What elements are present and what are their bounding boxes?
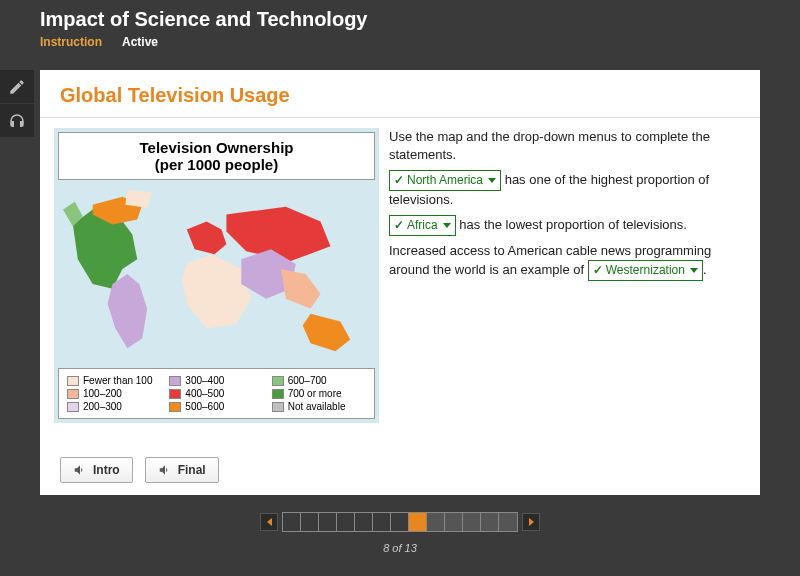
dropdown-value: North America bbox=[407, 172, 483, 189]
page-cell-4[interactable] bbox=[337, 513, 355, 531]
legend-swatch bbox=[272, 376, 284, 386]
legend-item: 100–200 bbox=[67, 388, 161, 399]
legend-swatch bbox=[272, 389, 284, 399]
question-text: Use the map and the drop-down menus to c… bbox=[389, 128, 746, 423]
page-cell-3[interactable] bbox=[319, 513, 337, 531]
legend-swatch bbox=[169, 402, 181, 412]
legend-label: 300–400 bbox=[185, 375, 224, 386]
legend-swatch bbox=[169, 389, 181, 399]
dropdown-3[interactable]: ✓Westernization bbox=[588, 260, 703, 281]
side-toolbar bbox=[0, 70, 34, 138]
legend-item: Not available bbox=[272, 401, 366, 412]
page-cell-13[interactable] bbox=[499, 513, 517, 531]
page-cell-2[interactable] bbox=[301, 513, 319, 531]
audio-label: Intro bbox=[93, 463, 120, 477]
legend-swatch bbox=[67, 402, 79, 412]
content-title: Global Television Usage bbox=[40, 70, 760, 118]
page-cell-9[interactable] bbox=[427, 513, 445, 531]
audio-intro-button[interactable]: Intro bbox=[60, 457, 133, 483]
map-legend: Fewer than 100 300–400 600–700 100–200 4… bbox=[58, 368, 375, 419]
page-cell-7[interactable] bbox=[391, 513, 409, 531]
instruction-text: Use the map and the drop-down menus to c… bbox=[389, 128, 746, 164]
legend-label: 100–200 bbox=[83, 388, 122, 399]
legend-label: Fewer than 100 bbox=[83, 375, 153, 386]
page-title: Impact of Science and Technology bbox=[40, 8, 760, 31]
headphones-icon[interactable] bbox=[0, 104, 34, 138]
check-icon: ✓ bbox=[394, 172, 404, 189]
content-panel: Global Television Usage Television Owner… bbox=[40, 70, 760, 495]
south-america-region bbox=[108, 274, 148, 348]
legend-swatch bbox=[169, 376, 181, 386]
dropdown-2[interactable]: ✓Africa bbox=[389, 215, 456, 236]
page-indicator: 8 of 13 bbox=[0, 542, 800, 554]
page-cell-8[interactable] bbox=[409, 513, 427, 531]
arrow-right-icon bbox=[529, 518, 534, 526]
legend-item: 300–400 bbox=[169, 375, 263, 386]
legend-label: 700 or more bbox=[288, 388, 342, 399]
dropdown-value: Westernization bbox=[606, 262, 685, 279]
chevron-down-icon bbox=[443, 223, 451, 228]
chevron-down-icon bbox=[690, 268, 698, 273]
africa-region bbox=[182, 254, 251, 328]
legend-swatch bbox=[272, 402, 284, 412]
statement-2: ✓Africa has the lowest proportion of tel… bbox=[389, 215, 746, 236]
greenland-region bbox=[125, 190, 152, 208]
statement-1: ✓North America has one of the highest pr… bbox=[389, 170, 746, 209]
page-cell-6[interactable] bbox=[373, 513, 391, 531]
south-asia-region bbox=[281, 269, 321, 309]
next-button[interactable] bbox=[522, 513, 540, 531]
pencil-icon[interactable] bbox=[0, 70, 34, 104]
tab-active[interactable]: Active bbox=[122, 35, 158, 49]
map-title-l2: (per 1000 people) bbox=[65, 156, 368, 173]
speaker-icon bbox=[73, 463, 87, 477]
page-cell-11[interactable] bbox=[463, 513, 481, 531]
check-icon: ✓ bbox=[593, 262, 603, 279]
legend-swatch bbox=[67, 376, 79, 386]
world-map bbox=[58, 184, 375, 364]
dropdown-value: Africa bbox=[407, 217, 438, 234]
chevron-down-icon bbox=[488, 178, 496, 183]
legend-item: Fewer than 100 bbox=[67, 375, 161, 386]
check-icon: ✓ bbox=[394, 217, 404, 234]
map-container: Television Ownership (per 1000 people) F… bbox=[54, 128, 379, 423]
legend-label: 600–700 bbox=[288, 375, 327, 386]
prev-button[interactable] bbox=[260, 513, 278, 531]
page-cell-12[interactable] bbox=[481, 513, 499, 531]
dropdown-1[interactable]: ✓North America bbox=[389, 170, 501, 191]
legend-label: 200–300 bbox=[83, 401, 122, 412]
russia-region bbox=[226, 207, 330, 261]
legend-swatch bbox=[67, 389, 79, 399]
legend-item: 400–500 bbox=[169, 388, 263, 399]
tab-instruction[interactable]: Instruction bbox=[40, 35, 102, 49]
europe-region bbox=[187, 221, 227, 254]
tabs: Instruction Active bbox=[40, 35, 760, 49]
map-title: Television Ownership (per 1000 people) bbox=[58, 132, 375, 180]
legend-label: 400–500 bbox=[185, 388, 224, 399]
page-cell-5[interactable] bbox=[355, 513, 373, 531]
pager bbox=[0, 512, 800, 532]
australia-region bbox=[303, 314, 351, 352]
statement-text: has the lowest proportion of televisions… bbox=[459, 217, 687, 232]
audio-label: Final bbox=[178, 463, 206, 477]
legend-item: 500–600 bbox=[169, 401, 263, 412]
audio-final-button[interactable]: Final bbox=[145, 457, 219, 483]
legend-item: 200–300 bbox=[67, 401, 161, 412]
legend-label: Not available bbox=[288, 401, 346, 412]
arrow-left-icon bbox=[267, 518, 272, 526]
legend-label: 500–600 bbox=[185, 401, 224, 412]
statement-3: Increased access to American cable news … bbox=[389, 242, 746, 281]
legend-item: 700 or more bbox=[272, 388, 366, 399]
page-cell-1[interactable] bbox=[283, 513, 301, 531]
page-cell-10[interactable] bbox=[445, 513, 463, 531]
speaker-icon bbox=[158, 463, 172, 477]
legend-item: 600–700 bbox=[272, 375, 366, 386]
statement-text: . bbox=[703, 262, 707, 277]
map-title-l1: Television Ownership bbox=[65, 139, 368, 156]
page-grid bbox=[282, 512, 518, 532]
